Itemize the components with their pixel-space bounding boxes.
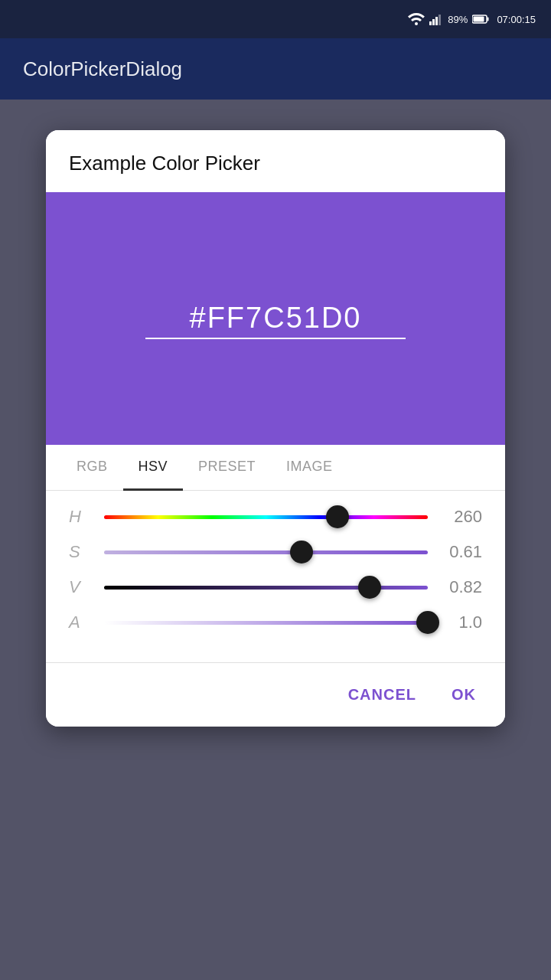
slider-container-v (104, 577, 428, 598)
slider-value-v: 0.82 (440, 577, 482, 597)
slider-row-s: S 0.61 (69, 541, 482, 563)
status-icons: 89% 07:00:15 (408, 13, 536, 25)
battery-icon (472, 15, 489, 24)
ok-button[interactable]: OK (445, 678, 482, 711)
slider-row-h: H 260 (69, 506, 482, 528)
slider-row-v: V 0.82 (69, 577, 482, 598)
slider-value-a: 1.0 (440, 612, 482, 632)
tabs-container: RGB HSV PRESET IMAGE (46, 445, 505, 491)
slider-container-s (104, 541, 428, 563)
dialog-title: Example Color Picker (69, 152, 260, 175)
app-bar-title: ColorPickerDialog (23, 57, 182, 81)
slider-container-a (104, 612, 428, 633)
color-picker-dialog: Example Color Picker RGB HSV PRESET IMAG… (46, 130, 505, 727)
color-hex-input[interactable] (145, 299, 406, 339)
slider-value-h: 260 (440, 507, 482, 527)
svg-rect-6 (474, 17, 484, 22)
svg-rect-1 (429, 21, 432, 25)
slider-label-s: S (69, 542, 92, 562)
tab-preset[interactable]: PRESET (183, 445, 271, 491)
status-time: 07:00:15 (497, 14, 536, 25)
sliders-section: H 260 S 0.61 V (46, 491, 505, 655)
color-preview (46, 192, 505, 445)
svg-rect-2 (432, 19, 435, 25)
slider-label-v: V (69, 577, 92, 597)
slider-label-a: A (69, 612, 92, 632)
app-bar: ColorPickerDialog (0, 38, 551, 100)
cancel-button[interactable]: CANCEL (342, 678, 422, 711)
slider-label-h: H (69, 507, 92, 527)
dialog-buttons: CANCEL OK (46, 663, 505, 727)
svg-rect-7 (487, 18, 489, 21)
battery-percentage: 89% (448, 14, 468, 25)
signal-icon (429, 13, 443, 25)
status-bar: 89% 07:00:15 (0, 0, 551, 38)
slider-value-s: 0.61 (440, 542, 482, 562)
svg-rect-4 (439, 15, 441, 25)
svg-rect-3 (435, 17, 438, 25)
wifi-icon (408, 13, 425, 25)
overlay: Example Color Picker RGB HSV PRESET IMAG… (0, 100, 551, 980)
dialog-header: Example Color Picker (46, 130, 505, 192)
tab-rgb[interactable]: RGB (61, 445, 123, 491)
slider-container-h (104, 506, 428, 528)
slider-row-a: A 1.0 (69, 612, 482, 633)
tab-hsv[interactable]: HSV (123, 445, 184, 491)
tab-image[interactable]: IMAGE (271, 445, 348, 491)
svg-point-0 (415, 22, 418, 25)
